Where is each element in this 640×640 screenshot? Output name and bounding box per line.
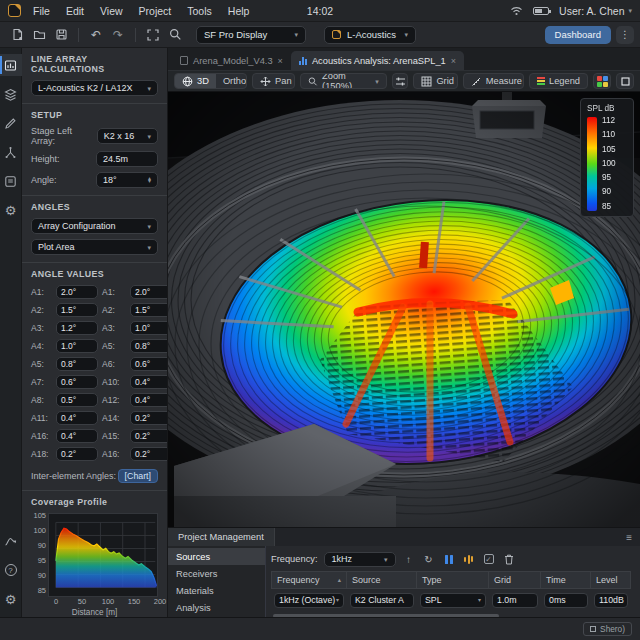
pause-icon[interactable] [442, 555, 456, 564]
angle-node-tool-icon[interactable] [0, 141, 22, 163]
angle-field[interactable]: 0.6° [130, 357, 168, 371]
fullscreen-icon[interactable] [143, 26, 163, 44]
angle-field[interactable]: 1.0° [56, 339, 98, 353]
menu-file[interactable]: File [33, 5, 50, 17]
layers-tool-icon[interactable] [0, 83, 22, 105]
row-time-field[interactable]: 0ms [544, 593, 588, 608]
view-mode-ortho-button[interactable]: Ortho [216, 74, 247, 88]
tab-close-icon[interactable]: × [451, 56, 456, 66]
angle-field[interactable]: 1.5° [130, 303, 168, 317]
new-file-button[interactable] [7, 26, 27, 44]
col-level[interactable]: Level [591, 571, 631, 589]
spl-tick-labels: 112110 105100 9590 85 [602, 117, 616, 211]
view-mode-3d-button[interactable]: 3D [175, 74, 216, 88]
menu-help[interactable]: Help [228, 5, 250, 17]
angle-field[interactable]: 0.2° [130, 447, 168, 461]
row-type-dropdown[interactable]: SPL▾ [420, 593, 486, 608]
equalizer-icon[interactable] [462, 555, 476, 564]
frame-icon [620, 76, 631, 87]
grid-toggle-button[interactable]: Grid [414, 74, 457, 88]
sort-up-icon[interactable]: ↑ [402, 554, 416, 565]
colormap-button[interactable] [593, 73, 611, 89]
nav-item-sources[interactable]: Sources [168, 548, 265, 565]
frame-view-button[interactable] [616, 73, 634, 89]
undo-button[interactable]: ↶ [86, 26, 106, 44]
pencil-tool-icon[interactable] [0, 112, 22, 134]
col-grid[interactable]: Grid [489, 571, 541, 589]
panel-menu-icon[interactable]: ≡ [626, 532, 632, 543]
array-configuration-dropdown[interactable]: Array Configuration ▾ [31, 218, 158, 234]
plot-area-dropdown[interactable]: Plot Area ▾ [31, 239, 158, 255]
frequency-dropdown[interactable]: 1kHz ▾ [324, 552, 396, 567]
row-level-field[interactable]: 110dB [594, 593, 628, 608]
angle-field[interactable]: 1.5° [56, 303, 98, 317]
row-frequency-dropdown[interactable]: 1kHz (Octave)▾ [274, 593, 344, 608]
measure-tool-button[interactable]: Measure [464, 74, 524, 88]
system-dropdown[interactable]: L-Acoustics K2 / LA12X ▾ [31, 80, 158, 96]
angle-field[interactable]: 0.4° [130, 375, 168, 389]
angle-field[interactable]: 0.5° [56, 393, 98, 407]
col-frequency[interactable]: Frequency▴ [271, 571, 347, 589]
brand-dropdown[interactable]: L-Acoustics ▾ [324, 26, 416, 44]
tab-label: Acoustics Analysis: ArenaSPL_1 [312, 56, 446, 66]
angle-field[interactable]: 1.0° [130, 321, 168, 335]
menu-project[interactable]: Project [139, 5, 172, 17]
save-button[interactable] [51, 26, 71, 44]
user-menu[interactable]: User: A. Chen ▾ [559, 5, 632, 17]
nav-item-analysis[interactable]: Analysis [168, 599, 265, 616]
angle-field[interactable]: 1.2° [56, 321, 98, 335]
angle-field[interactable]: 0.2° [56, 447, 98, 461]
tab-acoustics-analysis[interactable]: Acoustics Analysis: ArenaSPL_1 × [291, 51, 464, 70]
tab-close-icon[interactable]: × [278, 56, 283, 66]
angle-field[interactable]: 0.4° [130, 393, 168, 407]
angle-field[interactable]: 0.2° [130, 411, 168, 425]
calculations-tool-icon[interactable] [0, 54, 22, 76]
report-panel-icon[interactable] [0, 170, 22, 192]
angle-field[interactable]: 0.8° [130, 339, 168, 353]
pan-tool-button[interactable]: Pan [253, 74, 295, 88]
angle-field[interactable]: 0.2° [130, 429, 168, 443]
col-source[interactable]: Source [347, 571, 417, 589]
redo-button[interactable]: ↷ [108, 26, 128, 44]
row-source-field[interactable]: K2 Cluster A [350, 593, 414, 608]
angle-field[interactable]: 0.4° [56, 411, 98, 425]
trash-icon[interactable] [502, 554, 516, 565]
refresh-icon[interactable]: ↻ [422, 554, 436, 565]
stage-left-array-dropdown[interactable]: K2 x 16 ▾ [97, 128, 158, 144]
height-field[interactable]: 24.5m [96, 151, 158, 167]
nav-item-materials[interactable]: Materials [168, 582, 265, 599]
dashboard-button[interactable]: Dashboard [545, 26, 611, 44]
zoom-dropdown[interactable]: Zoom (150%) ▾ [301, 74, 385, 88]
col-type[interactable]: Type [417, 571, 489, 589]
menu-edit[interactable]: Edit [66, 5, 84, 17]
display-settings-button[interactable] [392, 73, 409, 89]
preferences-gear-icon[interactable]: ⚙ [0, 588, 22, 610]
font-dropdown[interactable]: SF Pro Display ▾ [196, 26, 306, 44]
chart-button[interactable]: [Chart] [118, 469, 158, 483]
angle-field[interactable]: 2.0° [56, 285, 98, 299]
angle-field[interactable]: 0.8° [56, 357, 98, 371]
col-time[interactable]: Time [541, 571, 591, 589]
project-management-tab[interactable]: Project Management [168, 528, 275, 546]
angle-label: A4: [31, 341, 52, 351]
angle-field[interactable]: 2.0° [130, 285, 168, 299]
arena-3d-viewport[interactable]: SPL dB 112110 105100 9590 85 [168, 92, 640, 527]
open-file-button[interactable] [29, 26, 49, 44]
more-options-button[interactable]: ⋮ [616, 26, 634, 44]
row-grid-field[interactable]: 1.0m [492, 593, 538, 608]
tab-arena-model[interactable]: Arena_Model_V4.3 × [172, 51, 291, 70]
search-icon[interactable] [165, 26, 185, 44]
nav-item-receivers[interactable]: Receivers [168, 565, 265, 582]
angle-field[interactable]: 0.4° [56, 429, 98, 443]
checkbox-icon[interactable]: ✓ [482, 554, 496, 564]
response-curve-icon[interactable] [0, 530, 22, 552]
menu-tools[interactable]: Tools [187, 5, 212, 17]
legend-toggle-button[interactable]: Legend [530, 74, 587, 88]
analysis-chart-icon [299, 57, 307, 65]
angle-stepper[interactable]: 18° ▴▾ [96, 172, 158, 188]
help-icon[interactable]: ? [0, 559, 22, 581]
menu-view[interactable]: View [100, 5, 123, 17]
settings-gear-icon[interactable]: ⚙ [0, 199, 22, 221]
angle-field[interactable]: 0.6° [56, 375, 98, 389]
stepper-arrows-icon[interactable]: ▴▾ [148, 177, 151, 184]
